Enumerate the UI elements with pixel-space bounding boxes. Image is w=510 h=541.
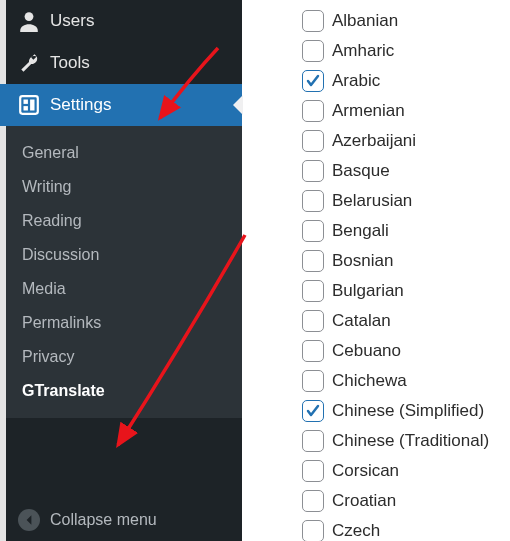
language-checkbox[interactable] (302, 280, 324, 302)
collapse-label: Collapse menu (50, 511, 157, 529)
language-label: Cebuano (332, 341, 401, 361)
language-row: Chichewa (302, 366, 510, 396)
language-row: Catalan (302, 306, 510, 336)
language-label: Catalan (332, 311, 391, 331)
submenu-item-gtranslate[interactable]: GTranslate (0, 374, 242, 408)
tools-icon (18, 52, 40, 74)
submenu-item-writing[interactable]: Writing (0, 170, 242, 204)
svg-point-0 (25, 12, 34, 21)
admin-sidebar: Users Tools Settings General Writing Rea… (0, 0, 242, 541)
language-label: Amharic (332, 41, 394, 61)
language-row: Azerbaijani (302, 126, 510, 156)
submenu-item-reading[interactable]: Reading (0, 204, 242, 238)
language-row: Chinese (Traditional) (302, 426, 510, 456)
language-checkbox[interactable] (302, 400, 324, 422)
language-checkbox[interactable] (302, 430, 324, 452)
language-row: Basque (302, 156, 510, 186)
submenu-item-discussion[interactable]: Discussion (0, 238, 242, 272)
language-checkbox[interactable] (302, 490, 324, 512)
language-row: Albanian (302, 6, 510, 36)
language-label: Basque (332, 161, 390, 181)
sidebar-item-users[interactable]: Users (0, 0, 242, 42)
language-label: Czech (332, 521, 380, 541)
language-checkbox[interactable] (302, 100, 324, 122)
language-row: Cebuano (302, 336, 510, 366)
language-checkbox[interactable] (302, 10, 324, 32)
language-label: Chichewa (332, 371, 407, 391)
sidebar-item-label: Users (50, 11, 94, 31)
language-row: Croatian (302, 486, 510, 516)
language-row: Bosnian (302, 246, 510, 276)
language-checkbox[interactable] (302, 340, 324, 362)
language-row: Corsican (302, 456, 510, 486)
sidebar-item-label: Tools (50, 53, 90, 73)
submenu-item-privacy[interactable]: Privacy (0, 340, 242, 374)
language-checkbox[interactable] (302, 460, 324, 482)
settings-submenu: General Writing Reading Discussion Media… (0, 126, 242, 418)
language-checkbox[interactable] (302, 130, 324, 152)
language-checkbox[interactable] (302, 250, 324, 272)
language-label: Croatian (332, 491, 396, 511)
sidebar-item-label: Settings (50, 95, 111, 115)
language-row: Czech (302, 516, 510, 541)
sidebar-item-settings[interactable]: Settings (0, 84, 242, 126)
users-icon (18, 10, 40, 32)
language-row: Bulgarian (302, 276, 510, 306)
submenu-item-permalinks[interactable]: Permalinks (0, 306, 242, 340)
language-checkbox[interactable] (302, 310, 324, 332)
language-label: Chinese (Traditional) (332, 431, 489, 451)
language-list: AlbanianAmharicArabicArmenianAzerbaijani… (242, 0, 510, 541)
language-checkbox[interactable] (302, 520, 324, 541)
collapse-menu-button[interactable]: Collapse menu (0, 499, 242, 541)
svg-rect-4 (30, 100, 34, 111)
submenu-item-general[interactable]: General (0, 136, 242, 170)
sidebar-item-tools[interactable]: Tools (0, 42, 242, 84)
language-row: Belarusian (302, 186, 510, 216)
collapse-icon (18, 509, 40, 531)
svg-rect-1 (20, 96, 38, 114)
language-label: Corsican (332, 461, 399, 481)
language-label: Bulgarian (332, 281, 404, 301)
svg-rect-2 (24, 100, 28, 104)
svg-rect-3 (24, 106, 28, 110)
settings-icon (18, 94, 40, 116)
language-label: Bosnian (332, 251, 393, 271)
language-label: Bengali (332, 221, 389, 241)
language-label: Chinese (Simplified) (332, 401, 484, 421)
language-checkbox[interactable] (302, 70, 324, 92)
language-checkbox[interactable] (302, 40, 324, 62)
language-label: Azerbaijani (332, 131, 416, 151)
submenu-item-media[interactable]: Media (0, 272, 242, 306)
language-checkbox[interactable] (302, 190, 324, 212)
language-checkbox[interactable] (302, 220, 324, 242)
language-label: Armenian (332, 101, 405, 121)
language-row: Armenian (302, 96, 510, 126)
language-row: Bengali (302, 216, 510, 246)
language-checkbox[interactable] (302, 160, 324, 182)
language-checkbox[interactable] (302, 370, 324, 392)
language-row: Arabic (302, 66, 510, 96)
language-label: Albanian (332, 11, 398, 31)
language-row: Amharic (302, 36, 510, 66)
language-label: Belarusian (332, 191, 412, 211)
language-label: Arabic (332, 71, 380, 91)
language-row: Chinese (Simplified) (302, 396, 510, 426)
